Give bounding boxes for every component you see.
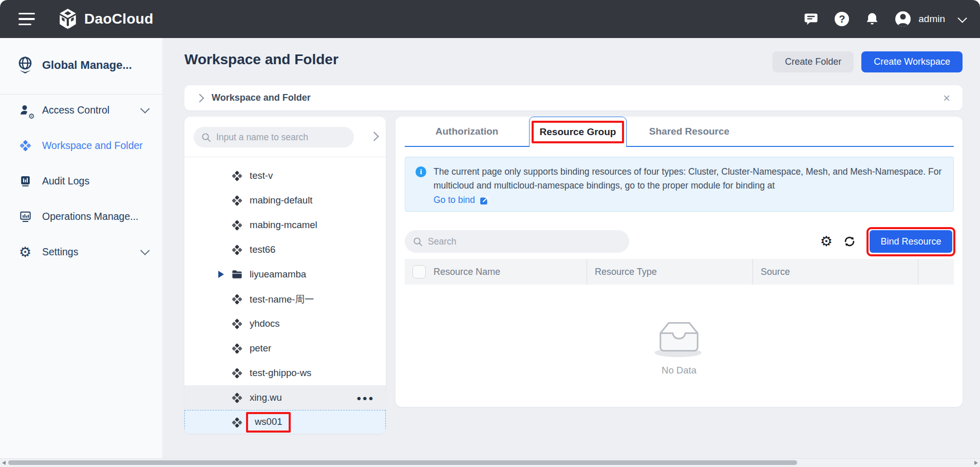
folder-icon bbox=[231, 269, 243, 281]
workspace-icon bbox=[231, 244, 243, 256]
hamburger-menu-icon[interactable] bbox=[18, 13, 35, 25]
external-link-icon bbox=[479, 195, 489, 206]
settings-gear-icon[interactable]: ⚙ bbox=[820, 235, 833, 249]
tree-item-peter[interactable]: peter bbox=[184, 336, 386, 361]
refresh-icon[interactable] bbox=[843, 235, 856, 248]
tree-search-input[interactable]: Input a name to search bbox=[194, 127, 354, 147]
brand[interactable]: DaoCloud bbox=[58, 8, 154, 30]
sidebar-product-switcher[interactable]: Global Manage... bbox=[0, 53, 162, 78]
header-buttons: Create Folder Create Workspace bbox=[772, 51, 963, 72]
workspace-tree-panel: Input a name to search test-v mabing-def… bbox=[184, 117, 386, 434]
tab-bar: Authorization Resource Group Shared Reso… bbox=[405, 117, 954, 147]
topbar-actions: ? admin bbox=[803, 11, 980, 27]
workspace-icon bbox=[231, 170, 243, 182]
horizontal-scrollbar[interactable] bbox=[0, 458, 980, 467]
tree-item-mabing-default[interactable]: mabing-default bbox=[184, 188, 386, 213]
tree-item-test66[interactable]: test66 bbox=[184, 237, 386, 262]
bind-resource-button[interactable]: Bind Resource bbox=[870, 230, 952, 253]
tree-item-label: test-ghippo-ws bbox=[250, 367, 311, 379]
triangle-right-icon[interactable] bbox=[218, 271, 231, 278]
sidebar-item-label: Access Control bbox=[42, 104, 109, 116]
tree-item-test-v[interactable]: test-v bbox=[184, 163, 386, 188]
sidebar-item-operations-manage[interactable]: Operations Manage... bbox=[0, 199, 162, 234]
globe-icon bbox=[16, 56, 34, 74]
sidebar-item-workspace-and-folder[interactable]: Workspace and Folder bbox=[0, 128, 162, 163]
workspace-icon bbox=[231, 318, 243, 330]
breadcrumb-label[interactable]: Workspace and Folder bbox=[212, 92, 311, 103]
resource-search-input[interactable]: Search bbox=[405, 230, 629, 253]
chevron-down-icon[interactable] bbox=[957, 13, 967, 23]
column-label: Resource Name bbox=[434, 267, 500, 277]
workspace-icon bbox=[231, 367, 243, 379]
scrollbar-thumb[interactable] bbox=[8, 460, 797, 465]
scroll-left-arrow-icon[interactable] bbox=[2, 461, 6, 465]
user-gear-icon: ⚙ bbox=[18, 104, 32, 117]
sidebar-item-settings[interactable]: ⚙ Settings bbox=[0, 234, 162, 270]
audit-logs-icon bbox=[18, 175, 32, 188]
annotation-box-bind-resource: Bind Resource bbox=[866, 227, 955, 256]
tree-item-label: yhdocs bbox=[250, 318, 280, 329]
breadcrumb: Workspace and Folder × bbox=[184, 85, 963, 110]
column-header-actions bbox=[918, 259, 954, 285]
create-folder-button[interactable]: Create Folder bbox=[772, 51, 854, 72]
no-data-label: No Data bbox=[662, 365, 696, 376]
sidebar-item-label: Audit Logs bbox=[42, 175, 89, 187]
tree-item-label: mabing-default bbox=[250, 195, 312, 206]
empty-state: No Data bbox=[395, 314, 963, 376]
chevron-down-icon bbox=[140, 246, 149, 255]
resource-search-placeholder: Search bbox=[428, 236, 456, 247]
chevron-right-icon bbox=[196, 94, 204, 102]
mini-gear-icon: ⚙ bbox=[28, 113, 35, 120]
annotation-box-resource-group: Resource Group bbox=[532, 121, 625, 143]
user-name[interactable]: admin bbox=[918, 13, 945, 25]
tree-item-label: test66 bbox=[250, 244, 275, 255]
bell-icon[interactable] bbox=[865, 11, 879, 27]
tree-search-placeholder: Input a name to search bbox=[216, 132, 308, 143]
ellipsis-icon[interactable]: ●●● bbox=[356, 394, 374, 402]
tab-authorization[interactable]: Authorization bbox=[405, 117, 529, 146]
select-all-checkbox[interactable] bbox=[412, 265, 426, 278]
sidebar-item-access-control[interactable]: ⚙ Access Control bbox=[0, 92, 162, 128]
tab-resource-group[interactable]: Resource Group bbox=[529, 117, 627, 147]
tab-shared-resource[interactable]: Shared Resource bbox=[627, 117, 752, 146]
tree-divider bbox=[184, 157, 386, 157]
product-name: Global Manage... bbox=[42, 59, 132, 72]
tree-item-liyueamamba[interactable]: liyueamamba bbox=[184, 262, 386, 287]
help-icon[interactable]: ? bbox=[835, 12, 849, 26]
close-icon[interactable]: × bbox=[943, 93, 950, 103]
search-icon bbox=[413, 237, 423, 247]
create-workspace-button[interactable]: Create Workspace bbox=[861, 51, 963, 72]
tree-item-test-name[interactable]: test-name-周一 bbox=[184, 287, 386, 311]
info-icon: i bbox=[416, 166, 426, 177]
go-to-bind-link[interactable]: Go to bind bbox=[434, 193, 942, 207]
column-header-source: Source bbox=[753, 259, 918, 285]
column-label: Source bbox=[761, 267, 790, 277]
settings-gear-icon: ⚙ bbox=[18, 247, 32, 258]
page-title: Workspace and Folder bbox=[184, 51, 338, 68]
go-to-bind-label: Go to bind bbox=[434, 193, 475, 207]
tree-item-label: liyueamamba bbox=[250, 269, 306, 280]
workspace-icon bbox=[231, 343, 243, 354]
panel-collapse-icon[interactable] bbox=[369, 132, 379, 141]
tab-label: Shared Resource bbox=[649, 126, 729, 137]
daocloud-app: { "topbar": { "brand": "DaoCloud", "user… bbox=[0, 0, 980, 467]
tree-item-xing-wu[interactable]: xing.wu ●●● bbox=[184, 385, 386, 410]
workspace-icon bbox=[231, 195, 243, 207]
workspace-icon bbox=[18, 139, 32, 152]
daocloud-logo-icon bbox=[58, 8, 78, 30]
sidebar-nav: ⚙ Access Control Workspace and Folder Au… bbox=[0, 92, 162, 270]
sidebar-item-audit-logs[interactable]: Audit Logs bbox=[0, 163, 162, 199]
resource-panel: Authorization Resource Group Shared Reso… bbox=[395, 117, 963, 407]
sidebar: Global Manage... ⚙ Access Control Worksp… bbox=[0, 38, 162, 459]
scroll-right-arrow-icon[interactable] bbox=[974, 461, 978, 465]
operations-icon bbox=[18, 210, 32, 223]
tree-item-yhdocs[interactable]: yhdocs bbox=[184, 311, 386, 336]
tree-item-mabing-mcamel[interactable]: mabing-mcamel bbox=[184, 213, 386, 237]
sidebar-item-label: Workspace and Folder bbox=[42, 140, 143, 152]
workspace-icon bbox=[231, 293, 243, 305]
tree-item-ws001[interactable]: ws001 bbox=[184, 410, 386, 434]
tree-item-test-ghippo-ws[interactable]: test-ghippo-ws bbox=[184, 361, 386, 385]
avatar-icon[interactable] bbox=[895, 11, 911, 27]
tab-label: Resource Group bbox=[540, 126, 616, 137]
chat-icon[interactable] bbox=[803, 11, 819, 27]
